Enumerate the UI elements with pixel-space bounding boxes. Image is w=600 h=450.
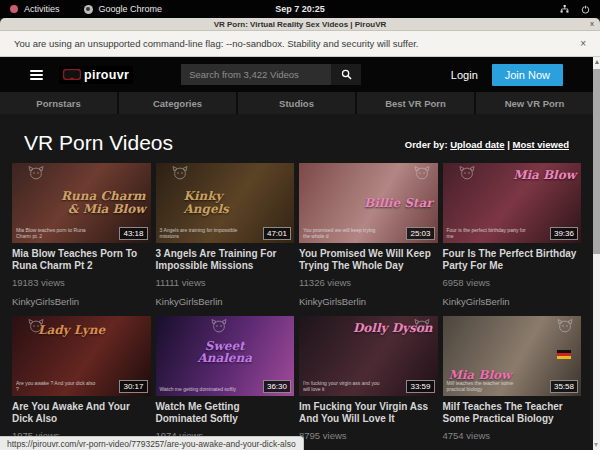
duration-badge: 30:17 xyxy=(119,380,147,393)
video-views: 11111 views xyxy=(156,277,295,288)
menu-item-best-vr-porn[interactable]: Best VR Porn xyxy=(357,92,474,114)
scrollbar-thumb[interactable] xyxy=(593,69,600,254)
video-views: 6958 views xyxy=(443,277,582,288)
vr-goggles-icon xyxy=(63,69,81,80)
studio-cat-watermark-icon xyxy=(28,166,44,180)
duration-badge: 36:30 xyxy=(263,380,291,393)
video-title-link[interactable]: Mia Blow Teaches Porn To Runa Charm Pt 2 xyxy=(12,248,151,271)
menu-item-categories[interactable]: Categories xyxy=(119,92,236,114)
video-title-link[interactable]: Four Is The Perfect Birthday Party For M… xyxy=(443,248,582,271)
video-card[interactable]: Kinky Angels 3 Angels are training for i… xyxy=(156,163,295,307)
video-title-link[interactable]: Are You Awake And Your Dick Also xyxy=(12,401,151,424)
order-by: Order by: Upload date | Most viewed xyxy=(405,139,569,153)
studio-cat-watermark-icon xyxy=(172,166,188,180)
scrollbar-down-icon[interactable] xyxy=(594,443,598,447)
studio-cat-watermark-icon xyxy=(557,319,573,333)
order-by-label: Order by: xyxy=(405,139,448,150)
video-title-link[interactable]: Watch Me Getting Dominated Softly xyxy=(156,401,295,424)
duration-badge: 43:18 xyxy=(119,227,147,240)
thumbnail-overlay-name: Sweet Analena xyxy=(190,340,259,365)
power-icon[interactable] xyxy=(581,5,590,14)
video-card[interactable]: Billie Star You promised we will keep tr… xyxy=(299,163,438,307)
scrollbar-up-icon[interactable] xyxy=(595,60,599,64)
video-views: 8795 views xyxy=(299,430,438,441)
clock[interactable]: Sep 7 20:25 xyxy=(0,4,600,14)
video-views: 19183 views xyxy=(12,277,151,288)
thumbnail-overlay-name: Billie Star xyxy=(364,197,433,210)
warning-text: You are using an unsupported command-lin… xyxy=(14,38,419,49)
window-title: VR Porn: Virtual Reality Sex Videos | Pi… xyxy=(214,20,387,29)
status-bar: https://pirouvr.com/vr-porn-video/779325… xyxy=(0,436,304,450)
duration-badge: 39:36 xyxy=(550,227,578,240)
video-card[interactable]: Dolly Dyson I'm fucking your virgin ass … xyxy=(299,316,438,441)
studio-link[interactable]: KinkyGirlsBerlin xyxy=(443,296,582,307)
status-url: https://pirouvr.com/vr-porn-video/779325… xyxy=(7,439,296,449)
menu-item-studios[interactable]: Studios xyxy=(238,92,355,114)
scrollbar[interactable] xyxy=(593,57,600,450)
main-menu: PornstarsCategoriesStudiosBest VR PornNe… xyxy=(0,92,593,114)
search-icon xyxy=(341,69,352,80)
login-link[interactable]: Login xyxy=(451,69,478,81)
video-title-link[interactable]: Im Fucking Your Virgin Ass And You Will … xyxy=(299,401,438,424)
site-logo[interactable]: pirouvr xyxy=(59,66,133,84)
page-title: VR Porn Videos xyxy=(24,132,173,153)
screen: Activities Google Chrome Sep 7 20:25 VR … xyxy=(0,0,600,450)
order-most-viewed-link[interactable]: Most viewed xyxy=(513,139,570,150)
video-card[interactable]: Runa Charm & Mia Blow Mia Blow teaches p… xyxy=(12,163,151,307)
german-flag-icon xyxy=(557,350,571,359)
search-input[interactable] xyxy=(181,64,331,85)
studio-cat-watermark-icon xyxy=(459,166,475,180)
video-thumbnail[interactable]: Dolly Dyson I'm fucking your virgin ass … xyxy=(299,316,438,396)
studio-cat-watermark-icon xyxy=(211,319,227,333)
page-title-row: VR Porn Videos Order by: Upload date | M… xyxy=(0,114,593,153)
thumbnail-overlay-name: Runa Charm & Mia Blow xyxy=(60,190,146,215)
search-button[interactable] xyxy=(331,64,361,85)
video-card[interactable]: Mia Blow Milf teaches the teacher some p… xyxy=(443,316,582,441)
hamburger-menu-icon[interactable] xyxy=(30,70,43,80)
duration-badge: 47:01 xyxy=(263,227,291,240)
duration-badge: 33:59 xyxy=(406,380,434,393)
thumbnail-overlay-name: Kinky Angels xyxy=(184,190,270,215)
thumbnail-overlay-name: Dolly Dyson xyxy=(353,322,433,335)
thumbnail-caption: Four is the perfect birthday party for m… xyxy=(447,227,527,241)
thumbnail-caption: Are you awake ? And your dick also ? xyxy=(16,380,96,394)
menu-item-pornstars[interactable]: Pornstars xyxy=(0,92,117,114)
video-card[interactable]: Mia Blow Four is the perfect birthday pa… xyxy=(443,163,582,307)
desktop-top-bar: Activities Google Chrome Sep 7 20:25 xyxy=(0,0,600,18)
video-card[interactable]: Sweet Analena Watch me getting dominated… xyxy=(156,316,295,441)
window-close-icon[interactable]: x xyxy=(590,20,594,28)
join-now-button[interactable]: Join Now xyxy=(492,64,563,86)
video-thumbnail[interactable]: Sweet Analena Watch me getting dominated… xyxy=(156,316,295,396)
page-viewport: pirouvr Login Join Now PornstarsCategori… xyxy=(0,57,593,450)
site-header: pirouvr Login Join Now xyxy=(0,57,593,92)
thumbnail-caption: I'm fucking your virgin ass and you will… xyxy=(303,380,383,394)
studio-link[interactable]: KinkyGirlsBerlin xyxy=(12,296,151,307)
video-thumbnail[interactable]: Kinky Angels 3 Angels are training for i… xyxy=(156,163,295,243)
search-group xyxy=(181,64,361,85)
video-title-link[interactable]: 3 Angels Are Training For Impossible Mis… xyxy=(156,248,295,271)
video-title-link[interactable]: Milf Teaches The Teacher Some Practical … xyxy=(443,401,582,424)
warning-close-icon[interactable]: × xyxy=(580,38,586,49)
duration-badge: 35:58 xyxy=(550,380,578,393)
video-views: 4754 views xyxy=(443,430,582,441)
video-views: 11326 views xyxy=(299,277,438,288)
studio-link[interactable]: KinkyGirlsBerlin xyxy=(156,296,295,307)
thumbnail-overlay-name: Lady Lyne xyxy=(38,324,105,337)
video-thumbnail[interactable]: Runa Charm & Mia Blow Mia Blow teaches p… xyxy=(12,163,151,243)
video-thumbnail[interactable]: Billie Star You promised we will keep tr… xyxy=(299,163,438,243)
video-title-link[interactable]: You Promised We Will Keep Trying The Who… xyxy=(299,248,438,271)
thumbnail-caption: You promised we will keep trying the who… xyxy=(303,227,383,241)
video-thumbnail[interactable]: Mia Blow Milf teaches the teacher some p… xyxy=(443,316,582,396)
window-titlebar[interactable]: VR Porn: Virtual Reality Sex Videos | Pi… xyxy=(0,18,600,31)
video-grid: Runa Charm & Mia Blow Mia Blow teaches p… xyxy=(0,153,593,441)
order-upload-date-link[interactable]: Upload date xyxy=(450,139,504,150)
video-thumbnail[interactable]: Lady Lyne Are you awake ? And your dick … xyxy=(12,316,151,396)
video-card[interactable]: Lady Lyne Are you awake ? And your dick … xyxy=(12,316,151,441)
menu-item-new-vr-porn[interactable]: New VR Porn xyxy=(476,92,593,114)
video-thumbnail[interactable]: Mia Blow Four is the perfect birthday pa… xyxy=(443,163,582,243)
network-icon[interactable] xyxy=(560,5,569,14)
studio-link[interactable]: KinkyGirlsBerlin xyxy=(299,296,438,307)
order-sep: | xyxy=(505,139,513,150)
studio-cat-watermark-icon xyxy=(414,166,430,180)
site-logo-text: pirouvr xyxy=(84,68,129,82)
